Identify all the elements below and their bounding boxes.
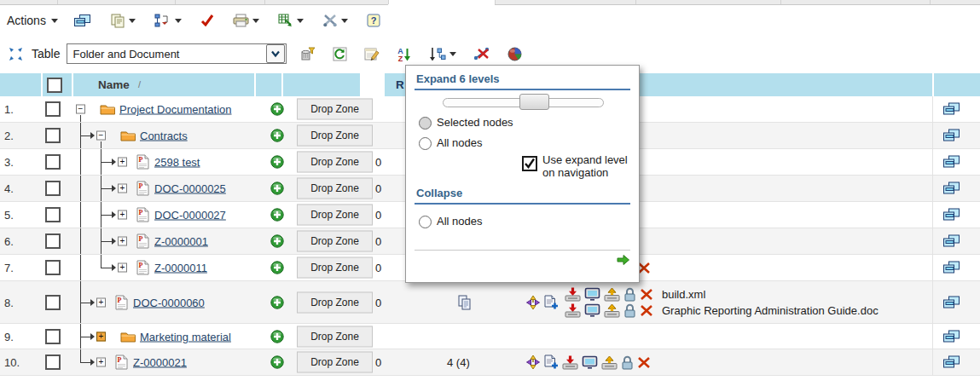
sort-az-button[interactable]: AZ <box>393 44 415 64</box>
row-checkbox[interactable] <box>45 128 61 143</box>
item-link[interactable]: 2598 test <box>154 156 200 169</box>
item-link[interactable]: Contracts <box>140 130 188 142</box>
green-plus-icon[interactable] <box>270 330 284 343</box>
item-link[interactable]: Z-0000021 <box>133 356 187 369</box>
tree-expand-expander[interactable]: + <box>118 210 127 220</box>
delete-icon[interactable] <box>640 304 653 317</box>
select-dropdown-button[interactable] <box>266 44 285 63</box>
open-window-button[interactable] <box>942 102 960 117</box>
checkin-icon[interactable] <box>562 355 578 370</box>
expand-levels-button[interactable] <box>426 44 460 64</box>
lock-icon[interactable] <box>621 355 634 370</box>
copy-pages-icon[interactable] <box>457 295 473 310</box>
open-window-button[interactable] <box>942 355 960 370</box>
cascade-windows-button[interactable] <box>70 11 95 31</box>
tree-expand-expander[interactable]: + <box>118 184 127 193</box>
expand-level-slider-handle[interactable] <box>519 94 549 110</box>
drop-zone[interactable]: Drop Zone <box>297 231 373 252</box>
drop-zone[interactable]: Drop Zone <box>297 291 373 313</box>
view-select[interactable]: Folder and Document <box>67 43 287 64</box>
open-window-button[interactable] <box>942 155 960 170</box>
delete-icon[interactable] <box>640 288 653 301</box>
tree-collapse-expander[interactable]: − <box>76 105 85 114</box>
open-window-button[interactable] <box>942 234 960 249</box>
green-plus-icon[interactable] <box>270 261 284 274</box>
delete-icon[interactable] <box>637 356 651 369</box>
expand-view-icon[interactable] <box>9 47 23 61</box>
row-checkbox[interactable] <box>45 233 61 249</box>
drop-zone[interactable]: Drop Zone <box>297 125 373 147</box>
help-button[interactable]: ? <box>363 11 384 30</box>
refresh-button[interactable] <box>329 44 351 64</box>
checkout-icon[interactable] <box>604 303 620 318</box>
green-plus-icon[interactable] <box>270 234 284 248</box>
apply-button[interactable] <box>616 254 630 266</box>
actions-button[interactable]: Actions <box>7 14 58 27</box>
item-link[interactable]: Z-0000001 <box>154 235 208 248</box>
print-button[interactable] <box>229 11 263 30</box>
tree-collapse-expander[interactable]: − <box>96 131 106 141</box>
drop-zone[interactable]: Drop Zone <box>297 99 373 120</box>
checkout-icon[interactable] <box>601 355 618 370</box>
open-window-button[interactable] <box>942 261 960 275</box>
select-all-checkbox[interactable] <box>47 78 62 93</box>
row-checkbox[interactable] <box>45 329 61 344</box>
dropdown-arrow-icon[interactable] <box>341 19 348 26</box>
row-checkbox[interactable] <box>45 207 61 222</box>
tree-expand-expander[interactable]: + <box>96 297 106 307</box>
green-plus-icon[interactable] <box>270 208 284 222</box>
detach-button[interactable] <box>470 44 494 63</box>
tree-expand-expander[interactable]: + <box>96 331 106 341</box>
collapse-all-nodes-radio[interactable] <box>419 216 432 228</box>
drop-zone[interactable]: Drop Zone <box>297 326 373 347</box>
merge-icon[interactable] <box>525 295 541 310</box>
open-window-button[interactable] <box>942 182 960 196</box>
new-version-icon[interactable] <box>544 295 559 310</box>
checkin-icon[interactable] <box>565 287 581 302</box>
column-header-name[interactable]: Name <box>98 73 130 96</box>
dropdown-arrow-icon[interactable] <box>129 19 136 26</box>
item-link[interactable]: DOC-0000027 <box>154 209 226 222</box>
item-link[interactable]: Project Documentation <box>119 103 232 116</box>
export-table-button[interactable] <box>275 11 307 30</box>
chart-button[interactable] <box>504 44 525 64</box>
lock-icon[interactable] <box>623 287 636 302</box>
tree-expand-expander[interactable]: + <box>118 237 127 246</box>
dropdown-arrow-icon[interactable] <box>449 52 456 60</box>
dropdown-arrow-icon[interactable] <box>252 19 259 26</box>
open-window-button[interactable] <box>942 295 960 309</box>
green-plus-icon[interactable] <box>270 355 284 369</box>
filter-button[interactable] <box>297 44 319 64</box>
green-plus-icon[interactable] <box>270 129 284 142</box>
drop-zone[interactable]: Drop Zone <box>297 178 373 199</box>
item-link[interactable]: DOC-0000060 <box>133 296 205 308</box>
green-plus-icon[interactable] <box>270 102 284 116</box>
all-nodes-radio[interactable] <box>419 137 432 150</box>
row-checkbox[interactable] <box>45 355 61 370</box>
header-cell-name[interactable]: Name / <box>73 73 254 96</box>
tree-expand-expander[interactable]: + <box>118 263 127 273</box>
selected-nodes-radio[interactable] <box>419 117 432 130</box>
row-checkbox[interactable] <box>45 101 61 117</box>
copy-button[interactable] <box>107 11 139 31</box>
row-checkbox[interactable] <box>45 181 61 196</box>
tree-expand-expander[interactable]: + <box>118 158 127 167</box>
open-window-button[interactable] <box>942 329 960 343</box>
drop-zone[interactable]: Drop Zone <box>297 205 373 226</box>
row-checkbox[interactable] <box>45 295 61 310</box>
row-checkbox[interactable] <box>45 154 61 170</box>
drop-zone[interactable]: Drop Zone <box>297 152 373 173</box>
row-checkbox[interactable] <box>45 260 61 275</box>
send-hierarchy-button[interactable] <box>151 11 185 31</box>
green-plus-icon[interactable] <box>270 155 284 169</box>
item-link[interactable]: Z-0000011 <box>154 262 207 274</box>
tools-button[interactable] <box>319 11 351 30</box>
merge-icon[interactable] <box>525 355 541 370</box>
lock-icon[interactable] <box>623 303 636 318</box>
use-expand-level-checkbox[interactable] <box>522 156 537 171</box>
edit-button[interactable] <box>361 44 383 64</box>
drop-zone[interactable]: Drop Zone <box>297 352 373 373</box>
green-plus-icon[interactable] <box>270 296 284 309</box>
checkout-icon[interactable] <box>604 287 620 302</box>
open-window-button[interactable] <box>942 129 960 143</box>
